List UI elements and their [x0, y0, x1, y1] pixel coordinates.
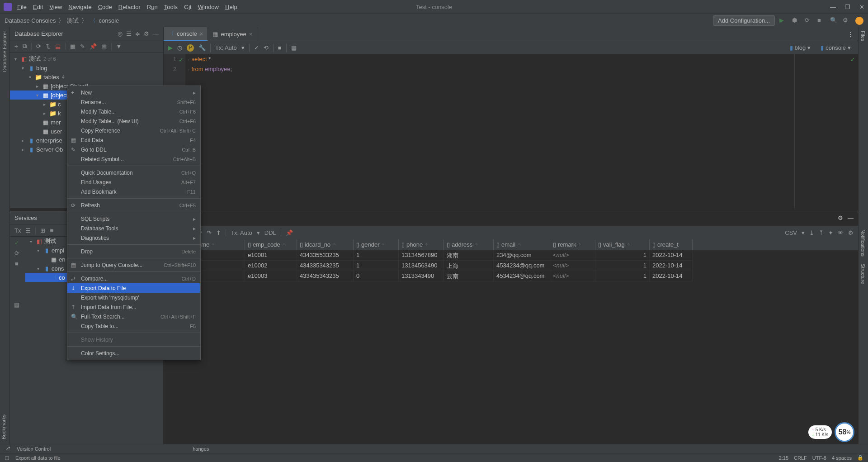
- close-icon[interactable]: ×: [249, 31, 253, 38]
- export-icon[interactable]: ⤓: [809, 229, 814, 236]
- ctx-copy-table-to[interactable]: Copy Table to...F5: [67, 321, 200, 331]
- notifications-tab[interactable]: Notifications: [859, 226, 868, 260]
- crumb-db-consoles[interactable]: Database Consoles: [5, 17, 56, 24]
- ctx-go-to-ddl[interactable]: ✎Go to DDLCtrl+B: [67, 145, 200, 154]
- database-explorer-tab[interactable]: Database Explorer: [0, 27, 9, 76]
- view-as-icon[interactable]: ▤: [291, 44, 297, 51]
- edit-icon[interactable]: ✎: [80, 43, 85, 50]
- column-phone[interactable]: phone: [406, 241, 423, 248]
- menu-run[interactable]: Run: [147, 4, 158, 10]
- run-query-icon[interactable]: ▶: [168, 44, 173, 51]
- ctx-diagnostics[interactable]: Diagnostics▸: [67, 233, 200, 243]
- expand-icon[interactable]: ☰: [126, 30, 132, 37]
- column-gender[interactable]: gender: [361, 241, 379, 248]
- minimize-panel-icon[interactable]: —: [848, 214, 854, 221]
- list-view-icon[interactable]: ≡: [50, 227, 53, 234]
- ctx-database-tools[interactable]: Database Tools▸: [67, 224, 200, 233]
- ok-status-icon[interactable]: ✓: [850, 56, 855, 63]
- close-button[interactable]: ✕: [859, 4, 864, 10]
- ctx-rename[interactable]: Rename...Shift+F6: [67, 97, 200, 107]
- tree-view-icon[interactable]: ⊞: [40, 227, 45, 234]
- ddl-button[interactable]: DDL: [264, 229, 276, 236]
- net-speed-widget[interactable]: ↑ 5 K/s ↓ 11 K/s 58%: [808, 422, 854, 442]
- rollback-icon[interactable]: ⟲: [264, 44, 269, 51]
- tx-mode[interactable]: Tx: Auto: [231, 229, 252, 236]
- ok-icon[interactable]: ✓: [14, 239, 19, 246]
- reload-icon[interactable]: ⟳: [14, 250, 19, 257]
- filter-icon[interactable]: ▼: [116, 43, 122, 50]
- file-encoding[interactable]: UTF-8: [812, 455, 826, 461]
- menu-edit[interactable]: Edit: [33, 4, 43, 10]
- eye-icon[interactable]: 👁: [838, 229, 844, 236]
- column-idcard[interactable]: idcard_no: [305, 241, 330, 248]
- column-email[interactable]: email: [501, 241, 515, 248]
- crumb-console[interactable]: console: [99, 17, 119, 24]
- duplicate-icon[interactable]: ⧉: [23, 43, 27, 50]
- tree-tables-folder[interactable]: ▾📁tables4: [10, 72, 163, 81]
- schema-chip[interactable]: ▮blog▾: [787, 43, 814, 52]
- menu-git[interactable]: Git: [184, 4, 192, 10]
- view-icon[interactable]: ▤: [101, 43, 107, 50]
- compare-icon[interactable]: ✦: [828, 229, 833, 236]
- menu-window[interactable]: Window: [198, 4, 219, 10]
- pin-icon[interactable]: 📌: [286, 229, 293, 236]
- tree-schema-blog[interactable]: ▾▮blog: [10, 63, 163, 72]
- import-icon[interactable]: ⤒: [819, 229, 824, 236]
- refresh-icon[interactable]: ⟳: [36, 43, 41, 50]
- ctx-fulltext-search[interactable]: 🔍Full-Text Search...Ctrl+Alt+Shift+F: [67, 312, 200, 321]
- ctx-export-data-file[interactable]: ⤓Export Data to File: [67, 283, 200, 293]
- ctx-compare[interactable]: ⇄Compare...Ctrl+D: [67, 274, 200, 283]
- tab-console[interactable]: 〈console×: [164, 27, 208, 41]
- lock-icon[interactable]: 🔒: [857, 455, 863, 461]
- tx-mode[interactable]: Tx: Auto: [215, 44, 237, 51]
- ctx-quick-doc[interactable]: Quick DocumentationCtrl+Q: [67, 168, 200, 177]
- data-grid[interactable]: ame≑ ▯emp_code≑ ▯idcard_no≑ ▯gender≑ ▯ph…: [195, 239, 858, 444]
- table-row[interactable]: e10001434335533235113134567890湖南234@qq.c…: [195, 250, 858, 261]
- expand-icon[interactable]: ☰: [25, 227, 31, 234]
- cancel-icon[interactable]: ■: [278, 44, 282, 51]
- diff-icon[interactable]: ⇅: [46, 43, 51, 50]
- ctx-export-mysqldump[interactable]: Export with 'mysqldump': [67, 293, 200, 302]
- ctx-jump-console[interactable]: ▤Jump to Query Console...Ctrl+Shift+F10: [67, 260, 200, 270]
- pin-icon[interactable]: 📌: [90, 43, 97, 50]
- minimize-button[interactable]: —: [830, 4, 836, 10]
- maximize-button[interactable]: ❐: [845, 4, 850, 10]
- csv-selector[interactable]: CSV: [785, 229, 797, 236]
- commit-icon[interactable]: ✓: [254, 44, 259, 51]
- commit-icon[interactable]: ⬆: [216, 229, 221, 236]
- close-icon[interactable]: ×: [200, 30, 203, 37]
- cursor-position[interactable]: 2:15: [779, 455, 788, 461]
- update-icon[interactable]: ⟳: [805, 17, 813, 25]
- ctx-copy-reference[interactable]: Copy ReferenceCtrl+Alt+Shift+C: [67, 126, 200, 135]
- gear-icon[interactable]: ⚙: [843, 17, 851, 25]
- run-icon[interactable]: ▶: [779, 17, 788, 25]
- vcs-icon[interactable]: ⎇: [5, 446, 10, 452]
- bookmarks-tab[interactable]: Bookmarks: [1, 414, 6, 439]
- ctx-drop[interactable]: DropDelete: [67, 247, 200, 256]
- ctx-import-data-file[interactable]: ⤒Import Data from File...: [67, 302, 200, 312]
- menu-refactor[interactable]: Refactor: [118, 4, 141, 10]
- table-icon[interactable]: ▦: [70, 43, 75, 50]
- wrench-icon[interactable]: 🔧: [198, 44, 206, 51]
- debug-icon[interactable]: ⬢: [792, 17, 800, 25]
- tab-employee[interactable]: ▦employee×: [208, 27, 257, 41]
- gear-icon[interactable]: ⚙: [144, 30, 149, 37]
- ctx-related-symbol[interactable]: Related Symbol...Ctrl+Alt+B: [67, 154, 200, 164]
- code-editor[interactable]: 1✓ 2 ⌐select * ⌐from employee; ✓: [164, 54, 858, 208]
- ctx-find-usages[interactable]: Find UsagesAlt+F7: [67, 177, 200, 187]
- add-configuration-button[interactable]: Add Configuration...: [713, 15, 775, 26]
- gear-icon[interactable]: ⚙: [838, 214, 843, 221]
- tree-connection[interactable]: ▾◧测试2 of 6: [10, 54, 163, 63]
- ctx-color-settings[interactable]: Color Settings...: [67, 348, 200, 358]
- target-icon[interactable]: ◎: [118, 30, 123, 37]
- profile-icon[interactable]: P: [187, 44, 194, 52]
- menu-help[interactable]: Help: [225, 4, 237, 10]
- collapse-icon[interactable]: ≑: [135, 30, 140, 37]
- crumb-connection[interactable]: 测试: [67, 17, 79, 25]
- hide-panel-icon[interactable]: ▢: [5, 455, 9, 461]
- tab-more-icon[interactable]: ⋮: [843, 31, 858, 38]
- menu-tools[interactable]: Tools: [164, 4, 178, 10]
- column-create-time[interactable]: create_t: [657, 241, 679, 248]
- revert-icon[interactable]: ⬓: [55, 43, 61, 50]
- column-emp-code[interactable]: emp_code: [253, 241, 280, 248]
